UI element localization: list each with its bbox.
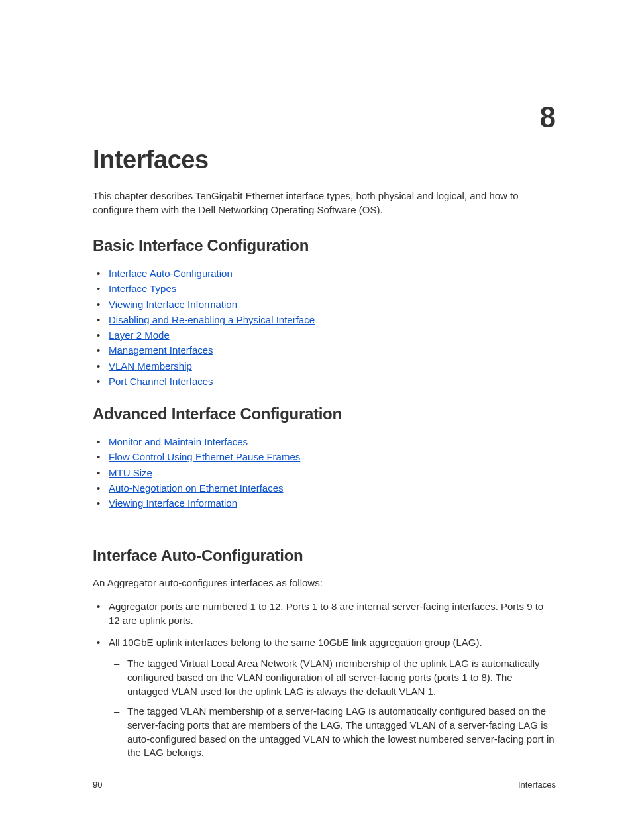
link-monitor-maintain-interfaces[interactable]: Monitor and Maintain Interfaces — [109, 436, 248, 447]
list-item-text: All 10GbE uplink interfaces belong to th… — [109, 637, 482, 648]
section-heading-basic: Basic Interface Configuration — [93, 236, 556, 255]
chapter-intro: This chapter describes TenGigabit Ethern… — [93, 189, 556, 217]
list-item: Monitor and Maintain Interfaces — [109, 434, 556, 449]
list-item: VLAN Membership — [109, 358, 556, 374]
link-port-channel-interfaces[interactable]: Port Channel Interfaces — [109, 376, 213, 387]
list-item: Aggregator ports are numbered 1 to 12. P… — [109, 600, 556, 627]
chapter-title: Interfaces — [93, 146, 556, 174]
link-auto-negotiation-ethernet[interactable]: Auto-Negotiation on Ethernet Interfaces — [109, 482, 284, 494]
autoconfig-sublist: The tagged Virtual Local Area Network (V… — [109, 657, 556, 760]
sub-list-item: The tagged Virtual Local Area Network (V… — [127, 657, 556, 698]
list-item: MTU Size — [109, 465, 556, 480]
list-item-text: Aggregator ports are numbered 1 to 12. P… — [109, 601, 543, 626]
autoconfig-intro: An Aggregator auto-configures interfaces… — [93, 576, 556, 590]
link-flow-control-pause-frames[interactable]: Flow Control Using Ethernet Pause Frames — [109, 451, 300, 462]
page-footer: 90 Interfaces — [93, 780, 556, 790]
list-item: Port Channel Interfaces — [109, 374, 556, 389]
list-item: Disabling and Re-enabling a Physical Int… — [109, 312, 556, 327]
link-management-interfaces[interactable]: Management Interfaces — [109, 344, 213, 356]
list-item: Viewing Interface Information — [109, 297, 556, 312]
list-item: Interface Types — [109, 281, 556, 296]
basic-link-list: Interface Auto-Configuration Interface T… — [93, 266, 556, 389]
list-item: Flow Control Using Ethernet Pause Frames — [109, 449, 556, 464]
list-item: Management Interfaces — [109, 342, 556, 358]
link-interface-auto-configuration[interactable]: Interface Auto-Configuration — [109, 268, 233, 279]
footer-section-label: Interfaces — [518, 780, 556, 790]
link-vlan-membership[interactable]: VLAN Membership — [109, 360, 192, 372]
list-item: Interface Auto-Configuration — [109, 266, 556, 281]
list-item: Viewing Interface Information — [109, 496, 556, 511]
link-mtu-size[interactable]: MTU Size — [109, 467, 152, 478]
sub-list-item: The tagged VLAN membership of a server-f… — [127, 705, 556, 760]
section-heading-advanced: Advanced Interface Configuration — [93, 405, 556, 423]
page-number: 90 — [93, 780, 102, 790]
link-viewing-interface-information[interactable]: Viewing Interface Information — [109, 299, 237, 310]
list-item: Layer 2 Mode — [109, 327, 556, 342]
link-layer-2-mode[interactable]: Layer 2 Mode — [109, 329, 170, 341]
list-item: All 10GbE uplink interfaces belong to th… — [109, 636, 556, 761]
section-heading-autoconfig: Interface Auto-Configuration — [93, 547, 556, 565]
link-disabling-reenabling-physical[interactable]: Disabling and Re-enabling a Physical Int… — [109, 314, 315, 325]
list-item: Auto-Negotiation on Ethernet Interfaces — [109, 480, 556, 496]
chapter-number: 8 — [540, 101, 556, 134]
link-interface-types[interactable]: Interface Types — [109, 283, 176, 294]
advanced-link-list: Monitor and Maintain Interfaces Flow Con… — [93, 434, 556, 511]
autoconfig-list: Aggregator ports are numbered 1 to 12. P… — [93, 600, 556, 760]
link-viewing-interface-information-2[interactable]: Viewing Interface Information — [109, 498, 237, 509]
